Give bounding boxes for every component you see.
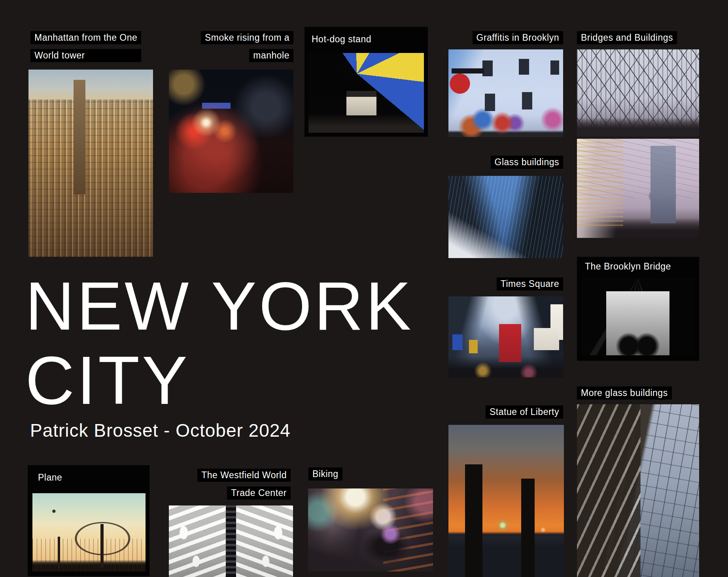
caption-line: More glass buildings [577,387,672,400]
page-title-line1: NEW YORK [25,269,413,343]
caption-biking: Biking [308,468,342,481]
photo-smoke-manhole [169,70,293,193]
caption-line: Biking [308,468,342,481]
caption-line: Times Square [497,277,563,290]
caption-line: Smoke rising from a [201,31,293,44]
photo-brooklyn-bridge-night [581,278,695,355]
caption-glass-buildings: Glass buildings [491,156,563,169]
photo-bridge-cables [577,49,699,137]
photo-statue-of-liberty [448,425,564,577]
caption-line: Trade Center [227,486,291,500]
caption-westfield: The Westfield World Trade Center [197,469,291,500]
caption-statue-of-liberty: Statue of Liberty [486,405,563,419]
caption-line: manhole [249,49,293,62]
caption-bridges-and-buildings: Bridges and Buildings [577,31,677,44]
photo-times-square [448,296,563,377]
photo-hotdog-stand [308,53,424,133]
page-subtitle: Patrick Brosset - October 2024 [30,420,291,441]
page-title: NEW YORK CITY [25,269,413,417]
photo-plane-sunset-bridge [32,493,146,571]
caption-line: The Westfield World [197,469,291,482]
caption-line: Bridges and Buildings [577,31,677,44]
caption-hotdog: Hot-dog stand [310,33,373,46]
photo-more-glass-buildings [577,404,699,577]
caption-smoke: Smoke rising from a manhole [201,31,293,62]
caption-line: Graffitis in Brooklyn [473,31,563,44]
caption-line: Statue of Liberty [486,405,563,419]
caption-times-square: Times Square [497,277,563,290]
caption-plane: Plane [36,471,64,484]
caption-line: Manhattan from the One [30,31,141,44]
photo-manhattan-skyline [28,70,153,257]
caption-more-glass-buildings: More glass buildings [577,387,672,400]
caption-line: Plane [36,471,64,484]
caption-manhattan: Manhattan from the One World tower [30,31,141,62]
caption-brooklyn-bridge: The Brooklyn Bridge [583,260,673,273]
caption-line: World tower [30,49,141,62]
photo-manhattan-bridge-tower [577,139,699,238]
page-title-line2: CITY [25,343,413,417]
caption-line: The Brooklyn Bridge [583,260,673,273]
photo-biking-blur [308,488,433,571]
caption-graffitis: Graffitis in Brooklyn [473,31,563,44]
photo-glass-buildings [448,176,563,258]
caption-line: Hot-dog stand [310,33,373,46]
caption-line: Glass buildings [491,156,563,169]
photo-graffitis-brooklyn [448,49,563,137]
photo-westfield-oculus [169,505,293,577]
